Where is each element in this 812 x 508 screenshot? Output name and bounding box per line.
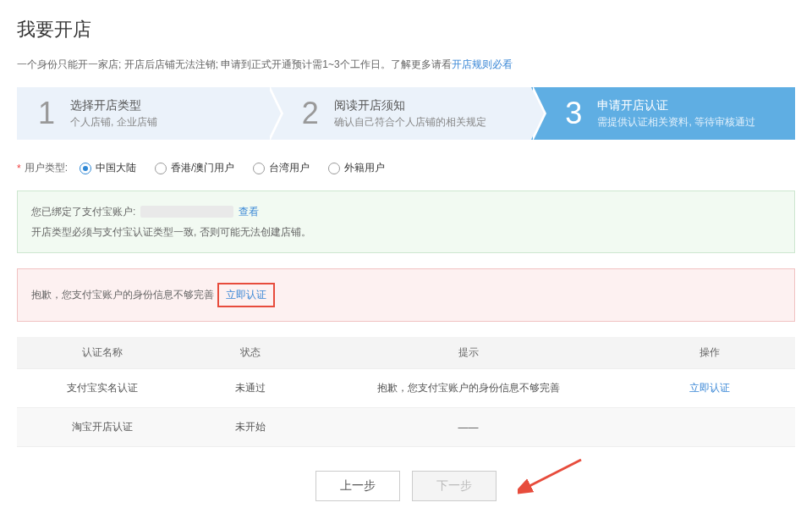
button-row: 上一步 下一步	[17, 471, 795, 501]
rules-link[interactable]: 开店规则必看	[452, 58, 513, 70]
masked-account	[140, 206, 233, 218]
annotation-arrow-icon	[518, 456, 585, 498]
step-desc: 需提供认证相关资料, 等待审核通过	[597, 115, 755, 130]
cell-hint: 抱歉，您支付宝账户的身份信息不够完善	[313, 369, 624, 408]
svg-line-0	[526, 460, 581, 488]
radio-icon	[155, 163, 167, 174]
col-hint: 提示	[313, 337, 624, 369]
view-account-link[interactable]: 查看	[239, 202, 259, 222]
radio-label: 中国大陆	[96, 161, 136, 175]
step-3: 3 申请开店认证 需提供认证相关资料, 等待审核通过	[531, 87, 795, 140]
step-title: 阅读开店须知	[334, 98, 486, 113]
step-number: 3	[565, 96, 582, 131]
cell-status: 未开始	[188, 408, 312, 447]
required-asterisk: *	[17, 163, 21, 174]
step-title: 选择开店类型	[70, 98, 157, 113]
user-type-taiwan[interactable]: 台湾用户	[253, 161, 310, 175]
cell-cert-name: 支付宝实名认证	[17, 369, 188, 408]
cell-hint: ——	[313, 408, 624, 447]
user-type-foreign[interactable]: 外籍用户	[328, 161, 385, 175]
subtitle: 一个身份只能开一家店; 开店后店铺无法注销; 申请到正式开通预计需1~3个工作日…	[17, 58, 795, 72]
cert-table: 认证名称 状态 提示 操作 支付宝实名认证 未通过 抱歉，您支付宝账户的身份信息…	[17, 337, 795, 447]
cell-action-link[interactable]: 立即认证	[689, 382, 730, 394]
error-banner: 抱歉，您支付宝账户的身份信息不够完善 立即认证	[17, 268, 795, 322]
verify-now-link[interactable]: 立即认证	[217, 283, 275, 307]
radio-icon	[253, 163, 265, 174]
page-title: 我要开店	[17, 17, 795, 42]
radio-icon	[80, 163, 91, 174]
step-desc: 确认自己符合个人店铺的相关规定	[334, 115, 486, 130]
radio-icon	[328, 163, 340, 174]
col-name: 认证名称	[17, 337, 188, 369]
radio-label: 外籍用户	[344, 161, 385, 175]
bound-prefix: 您已绑定了支付宝账户:	[31, 202, 135, 222]
bound-line2: 开店类型必须与支付宝认证类型一致, 否则可能无法创建店铺。	[31, 222, 781, 242]
user-type-label: 用户类型:	[25, 161, 68, 175]
step-number: 1	[38, 96, 55, 131]
user-type-hk-macau[interactable]: 香港/澳门用户	[155, 161, 234, 175]
cell-action	[624, 408, 795, 447]
alipay-bound-info: 您已绑定了支付宝账户: 查看 开店类型必须与支付宝认证类型一致, 否则可能无法创…	[17, 190, 795, 253]
prev-button[interactable]: 上一步	[315, 471, 400, 501]
cell-status: 未通过	[188, 369, 312, 408]
step-number: 2	[302, 96, 319, 131]
radio-label: 香港/澳门用户	[171, 161, 234, 175]
step-desc: 个人店铺, 企业店铺	[70, 115, 157, 130]
step-indicator: 1 选择开店类型 个人店铺, 企业店铺 2 阅读开店须知 确认自己符合个人店铺的…	[17, 87, 795, 140]
step-2: 2 阅读开店须知 确认自己符合个人店铺的相关规定	[268, 87, 532, 140]
step-title: 申请开店认证	[597, 98, 755, 113]
radio-label: 台湾用户	[269, 161, 310, 175]
step-1: 1 选择开店类型 个人店铺, 企业店铺	[17, 87, 268, 140]
table-row: 支付宝实名认证 未通过 抱歉，您支付宝账户的身份信息不够完善 立即认证	[17, 369, 795, 408]
col-action: 操作	[624, 337, 795, 369]
next-button: 下一步	[412, 471, 497, 501]
col-status: 状态	[188, 337, 312, 369]
user-type-mainland[interactable]: 中国大陆	[80, 161, 136, 175]
error-text: 抱歉，您支付宝账户的身份信息不够完善	[31, 288, 214, 302]
table-row: 淘宝开店认证 未开始 ——	[17, 408, 795, 447]
user-type-row: * 用户类型: 中国大陆 香港/澳门用户 台湾用户 外籍用户	[17, 161, 795, 175]
subtitle-text: 一个身份只能开一家店; 开店后店铺无法注销; 申请到正式开通预计需1~3个工作日…	[17, 58, 452, 70]
cell-cert-name: 淘宝开店认证	[17, 408, 188, 447]
